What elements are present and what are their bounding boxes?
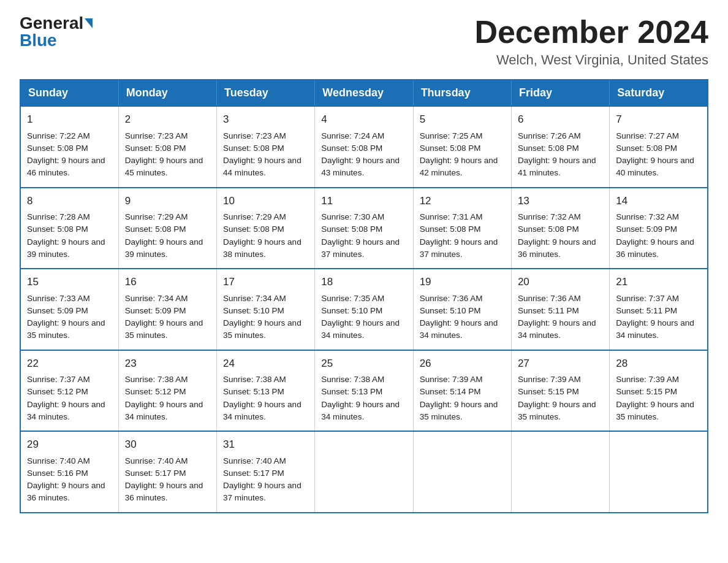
calendar-cell (610, 431, 708, 513)
calendar-cell: 21Sunrise: 7:37 AMSunset: 5:11 PMDayligh… (610, 269, 708, 350)
day-number: 9 (125, 193, 210, 209)
day-info: Sunrise: 7:37 AMSunset: 5:11 PMDaylight:… (616, 294, 694, 340)
weekday-header-tuesday: Tuesday (217, 80, 315, 106)
calendar-cell (413, 431, 511, 513)
calendar-cell: 25Sunrise: 7:38 AMSunset: 5:13 PMDayligh… (315, 350, 413, 432)
calendar-cell: 30Sunrise: 7:40 AMSunset: 5:17 PMDayligh… (118, 431, 216, 513)
day-info: Sunrise: 7:34 AMSunset: 5:09 PMDaylight:… (125, 294, 203, 340)
day-info: Sunrise: 7:40 AMSunset: 5:17 PMDaylight:… (223, 456, 301, 503)
calendar-cell: 8Sunrise: 7:28 AMSunset: 5:08 PMDaylight… (20, 188, 118, 269)
calendar-week-row: 29Sunrise: 7:40 AMSunset: 5:16 PMDayligh… (20, 431, 708, 513)
day-number: 13 (518, 193, 603, 209)
day-info: Sunrise: 7:30 AMSunset: 5:08 PMDaylight:… (321, 212, 400, 259)
day-info: Sunrise: 7:35 AMSunset: 5:10 PMDaylight:… (321, 294, 400, 340)
calendar-cell: 15Sunrise: 7:33 AMSunset: 5:09 PMDayligh… (20, 269, 118, 350)
calendar-cell: 17Sunrise: 7:34 AMSunset: 5:10 PMDayligh… (217, 269, 315, 350)
day-info: Sunrise: 7:23 AMSunset: 5:08 PMDaylight:… (223, 131, 301, 178)
day-info: Sunrise: 7:34 AMSunset: 5:10 PMDaylight:… (223, 294, 301, 340)
day-info: Sunrise: 7:25 AMSunset: 5:08 PMDaylight:… (420, 131, 498, 178)
calendar-cell: 29Sunrise: 7:40 AMSunset: 5:16 PMDayligh… (20, 431, 118, 513)
day-number: 15 (27, 274, 112, 290)
page-title: December 2024 (474, 15, 708, 50)
day-info: Sunrise: 7:28 AMSunset: 5:08 PMDaylight:… (27, 212, 105, 259)
calendar-table: SundayMondayTuesdayWednesdayThursdayFrid… (20, 79, 708, 513)
calendar-cell: 12Sunrise: 7:31 AMSunset: 5:08 PMDayligh… (413, 188, 511, 269)
logo-general: General (20, 15, 83, 32)
day-info: Sunrise: 7:26 AMSunset: 5:08 PMDaylight:… (518, 131, 596, 178)
day-number: 18 (321, 274, 406, 290)
day-number: 26 (420, 356, 505, 372)
day-number: 23 (125, 356, 210, 372)
calendar-week-row: 22Sunrise: 7:37 AMSunset: 5:12 PMDayligh… (20, 350, 708, 432)
day-info: Sunrise: 7:38 AMSunset: 5:13 PMDaylight:… (321, 375, 400, 421)
calendar-cell: 23Sunrise: 7:38 AMSunset: 5:12 PMDayligh… (118, 350, 216, 432)
logo: General Blue (20, 15, 93, 49)
day-info: Sunrise: 7:39 AMSunset: 5:14 PMDaylight:… (420, 375, 498, 421)
day-number: 10 (223, 193, 308, 209)
calendar-cell: 28Sunrise: 7:39 AMSunset: 5:15 PMDayligh… (610, 350, 708, 432)
calendar-week-row: 1Sunrise: 7:22 AMSunset: 5:08 PMDaylight… (20, 106, 708, 188)
day-info: Sunrise: 7:31 AMSunset: 5:08 PMDaylight:… (420, 212, 498, 259)
calendar-cell: 13Sunrise: 7:32 AMSunset: 5:08 PMDayligh… (511, 188, 609, 269)
day-info: Sunrise: 7:36 AMSunset: 5:11 PMDaylight:… (518, 294, 596, 340)
day-info: Sunrise: 7:38 AMSunset: 5:12 PMDaylight:… (125, 375, 203, 421)
calendar-cell: 16Sunrise: 7:34 AMSunset: 5:09 PMDayligh… (118, 269, 216, 350)
day-number: 11 (321, 193, 406, 209)
day-info: Sunrise: 7:24 AMSunset: 5:08 PMDaylight:… (321, 131, 400, 178)
day-info: Sunrise: 7:37 AMSunset: 5:12 PMDaylight:… (27, 375, 105, 421)
day-number: 14 (616, 193, 701, 209)
day-number: 24 (223, 356, 308, 372)
weekday-header-row: SundayMondayTuesdayWednesdayThursdayFrid… (20, 80, 708, 106)
logo-blue: Blue (20, 32, 57, 49)
day-number: 4 (321, 112, 406, 128)
day-number: 22 (27, 356, 112, 372)
calendar-cell: 11Sunrise: 7:30 AMSunset: 5:08 PMDayligh… (315, 188, 413, 269)
calendar-week-row: 15Sunrise: 7:33 AMSunset: 5:09 PMDayligh… (20, 269, 708, 350)
day-info: Sunrise: 7:29 AMSunset: 5:08 PMDaylight:… (223, 212, 301, 259)
weekday-header-monday: Monday (118, 80, 216, 106)
weekday-header-thursday: Thursday (413, 80, 511, 106)
day-info: Sunrise: 7:33 AMSunset: 5:09 PMDaylight:… (27, 294, 105, 340)
calendar-cell: 10Sunrise: 7:29 AMSunset: 5:08 PMDayligh… (217, 188, 315, 269)
day-number: 21 (616, 274, 701, 290)
day-info: Sunrise: 7:39 AMSunset: 5:15 PMDaylight:… (518, 375, 596, 421)
day-number: 31 (223, 437, 308, 453)
header: General Blue December 2024 Welch, West V… (20, 15, 708, 68)
day-info: Sunrise: 7:22 AMSunset: 5:08 PMDaylight:… (27, 131, 105, 178)
day-number: 2 (125, 112, 210, 128)
page-subtitle: Welch, West Virginia, United States (474, 52, 708, 68)
logo-arrow-icon (85, 18, 93, 28)
day-number: 5 (420, 112, 505, 128)
day-info: Sunrise: 7:36 AMSunset: 5:10 PMDaylight:… (420, 294, 498, 340)
day-info: Sunrise: 7:40 AMSunset: 5:17 PMDaylight:… (125, 456, 203, 503)
weekday-header-friday: Friday (511, 80, 609, 106)
day-number: 17 (223, 274, 308, 290)
day-info: Sunrise: 7:27 AMSunset: 5:08 PMDaylight:… (616, 131, 694, 178)
calendar-cell: 4Sunrise: 7:24 AMSunset: 5:08 PMDaylight… (315, 106, 413, 188)
calendar-week-row: 8Sunrise: 7:28 AMSunset: 5:08 PMDaylight… (20, 188, 708, 269)
day-number: 30 (125, 437, 210, 453)
calendar-cell: 3Sunrise: 7:23 AMSunset: 5:08 PMDaylight… (217, 106, 315, 188)
calendar-cell: 27Sunrise: 7:39 AMSunset: 5:15 PMDayligh… (511, 350, 609, 432)
calendar-cell: 7Sunrise: 7:27 AMSunset: 5:08 PMDaylight… (610, 106, 708, 188)
calendar-cell: 5Sunrise: 7:25 AMSunset: 5:08 PMDaylight… (413, 106, 511, 188)
weekday-header-wednesday: Wednesday (315, 80, 413, 106)
calendar-cell: 9Sunrise: 7:29 AMSunset: 5:08 PMDaylight… (118, 188, 216, 269)
calendar-cell: 18Sunrise: 7:35 AMSunset: 5:10 PMDayligh… (315, 269, 413, 350)
calendar-cell: 31Sunrise: 7:40 AMSunset: 5:17 PMDayligh… (217, 431, 315, 513)
day-number: 27 (518, 356, 603, 372)
title-block: December 2024 Welch, West Virginia, Unit… (474, 15, 708, 68)
day-number: 19 (420, 274, 505, 290)
calendar-cell: 6Sunrise: 7:26 AMSunset: 5:08 PMDaylight… (511, 106, 609, 188)
calendar-cell: 14Sunrise: 7:32 AMSunset: 5:09 PMDayligh… (610, 188, 708, 269)
weekday-header-sunday: Sunday (20, 80, 118, 106)
day-number: 28 (616, 356, 701, 372)
calendar-cell: 22Sunrise: 7:37 AMSunset: 5:12 PMDayligh… (20, 350, 118, 432)
day-number: 29 (27, 437, 112, 453)
day-info: Sunrise: 7:40 AMSunset: 5:16 PMDaylight:… (27, 456, 105, 503)
day-number: 6 (518, 112, 603, 128)
day-number: 25 (321, 356, 406, 372)
calendar-cell: 1Sunrise: 7:22 AMSunset: 5:08 PMDaylight… (20, 106, 118, 188)
day-info: Sunrise: 7:23 AMSunset: 5:08 PMDaylight:… (125, 131, 203, 178)
day-number: 12 (420, 193, 505, 209)
